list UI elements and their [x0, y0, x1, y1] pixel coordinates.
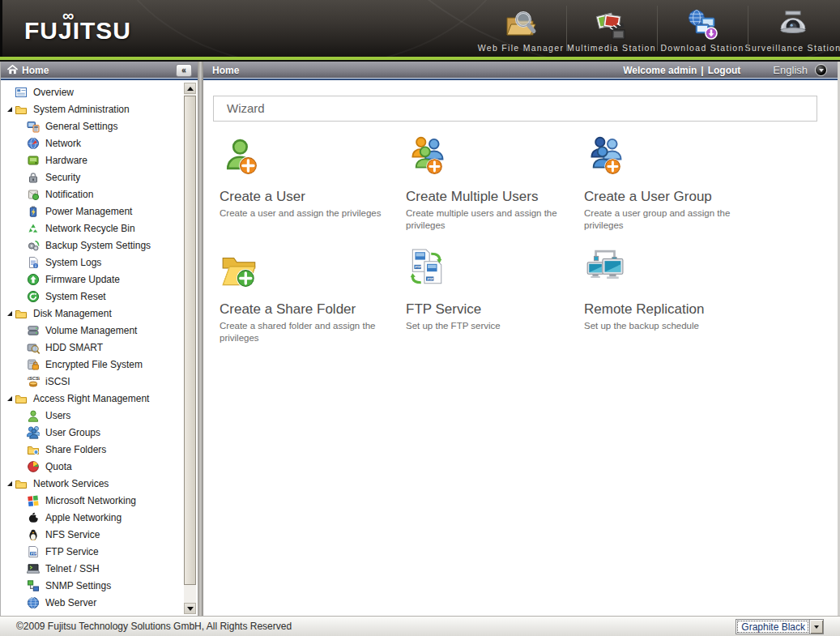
- wizard-panel-title: Wizard: [213, 96, 817, 122]
- scroll-down-button[interactable]: [184, 603, 196, 614]
- sidebar-item-apple-networking[interactable]: Apple Networking: [1, 509, 198, 526]
- sidebar-item-power-management[interactable]: Power Management: [1, 203, 198, 220]
- wizard-create-a-user[interactable]: Create a UserCreate a user and assign th…: [220, 135, 396, 232]
- tree-expand-toggle[interactable]: [4, 481, 15, 486]
- sidebar-item-access-right-management[interactable]: Access Right Management: [1, 390, 198, 407]
- sidebar-item-ftp-service[interactable]: FTPFTP Service: [1, 543, 198, 560]
- tree-item-label: iSCSI: [45, 376, 70, 387]
- sidebar-item-network[interactable]: Network: [1, 134, 198, 152]
- sidebar-item-general-settings[interactable]: General Settings: [1, 117, 198, 134]
- language-selector[interactable]: English: [773, 64, 808, 76]
- create-a-user-group-icon: [584, 135, 761, 177]
- station-surveillance-station[interactable]: Surveillance Station: [748, 0, 838, 57]
- main-content: Wizard Create a UserCreate a user and as…: [203, 80, 838, 616]
- wizard-remote-replication[interactable]: Remote ReplicationSet up the backup sche…: [584, 248, 761, 344]
- scrollbar-thumb[interactable]: [184, 96, 196, 585]
- navigation-tree: OverviewSystem AdministrationGeneral Set…: [1, 80, 198, 616]
- ftp-icon: FTP: [27, 545, 40, 558]
- sidebar-item-system-logs[interactable]: System Logs: [1, 254, 198, 271]
- wizard-item-title: Create a User Group: [584, 189, 761, 205]
- theme-select-value[interactable]: Graphite Black: [736, 620, 809, 634]
- wizard-grid: Create a UserCreate a user and assign th…: [203, 135, 838, 344]
- sidebar-item-telnet-ssh[interactable]: Telnet / SSH: [1, 560, 198, 577]
- scroll-up-button[interactable]: [184, 83, 196, 94]
- logout-link[interactable]: Logout: [708, 65, 741, 76]
- theme-select[interactable]: Graphite Black: [736, 619, 824, 634]
- chevron-down-sphere-icon[interactable]: [815, 64, 827, 76]
- sidebar-item-encrypted-file-system[interactable]: Encrypted File System: [1, 356, 198, 373]
- tree-item-label: Apple Networking: [45, 512, 122, 523]
- tree-item-label: System Reset: [45, 291, 106, 302]
- user-groups-icon: [27, 426, 40, 439]
- tree-expand-toggle[interactable]: [4, 107, 15, 112]
- sidebar-item-disk-management[interactable]: Disk Management: [1, 305, 198, 322]
- folder-icon: [15, 307, 28, 320]
- sidebar-item-notification[interactable]: Notification: [1, 186, 198, 203]
- station-multimedia-station[interactable]: Multimedia Station: [566, 0, 657, 57]
- wizard-item-title: Create a Share Folder: [220, 301, 396, 318]
- station-label: Download Station: [660, 43, 744, 53]
- sidebar-item-quota[interactable]: Quota: [1, 458, 198, 475]
- share-folder-icon: [27, 443, 40, 456]
- wizard-item-description: Create a user and assign the privileges: [220, 207, 396, 220]
- station-web-file-manager[interactable]: Web File Manager: [475, 0, 566, 57]
- tree-item-label: Quota: [45, 461, 72, 472]
- workspace: Home « OverviewSystem AdministrationGene…: [0, 62, 840, 616]
- sidebar-item-snmp-settings[interactable]: SNMP Settings: [1, 577, 198, 594]
- fujitsu-logo: FUJITSU ∞: [24, 17, 131, 45]
- tree-item-label: Web Server: [45, 597, 96, 608]
- tree-item-label: Telnet / SSH: [45, 563, 100, 574]
- security-icon: [27, 171, 40, 184]
- sidebar-item-microsoft-networking[interactable]: Microsoft Networking: [1, 492, 198, 509]
- panel-divider: [198, 62, 203, 616]
- tree-expand-toggle[interactable]: [4, 311, 15, 316]
- chevron-down-icon[interactable]: [809, 620, 823, 634]
- wizard-ftp-service[interactable]: FTPFTPFTP ServiceSet up the FTP service: [406, 248, 582, 344]
- volume-icon: [27, 324, 40, 337]
- sidebar-item-system-reset[interactable]: System Reset: [1, 288, 198, 305]
- remote-replication-icon: [584, 248, 761, 290]
- sidebar-item-backup-system-settings[interactable]: Backup System Settings: [1, 237, 198, 254]
- station-download-station[interactable]: Download Station: [657, 0, 748, 57]
- sidebar-item-user-groups[interactable]: User Groups: [1, 424, 198, 441]
- tree-item-label: SNMP Settings: [45, 580, 111, 591]
- wizard-create-a-user-group[interactable]: Create a User GroupCreate a user group a…: [584, 135, 761, 232]
- backup-icon: [27, 239, 40, 252]
- svg-text:iSCSI: iSCSI: [28, 376, 40, 381]
- sidebar-collapse-button[interactable]: «: [176, 64, 192, 77]
- sidebar-title: Home: [22, 65, 49, 76]
- multimedia-station-icon: [595, 7, 628, 41]
- sidebar-item-security[interactable]: Security: [1, 169, 198, 186]
- house-icon: [6, 63, 19, 78]
- sidebar-item-overview[interactable]: Overview: [1, 83, 198, 100]
- sidebar-item-iscsi[interactable]: iSCSIiSCSI: [1, 373, 198, 390]
- fujitsu-infinity-mark: ∞: [62, 6, 75, 25]
- encrypted-fs-icon: [27, 358, 40, 371]
- tree-expand-toggle[interactable]: [4, 396, 15, 401]
- wizard-create-multiple-users[interactable]: Create Multiple UsersCreate multiple use…: [406, 135, 582, 232]
- sidebar-item-web-server[interactable]: Web Server: [1, 594, 198, 611]
- top-banner: FUJITSU ∞ Web File ManagerMultimedia Sta…: [0, 0, 840, 57]
- wizard-create-a-share-folder[interactable]: Create a Share FolderCreate a shared fol…: [220, 248, 396, 344]
- sidebar-item-volume-management[interactable]: Volume Management: [1, 322, 198, 339]
- snmp-icon: [27, 579, 40, 592]
- sidebar-item-share-folders[interactable]: Share Folders: [1, 441, 198, 458]
- sidebar-item-users[interactable]: Users: [1, 407, 198, 424]
- sidebar-item-hdd-smart[interactable]: HDD SMART: [1, 339, 198, 356]
- sidebar-item-firmware-update[interactable]: Firmware Update: [1, 271, 198, 288]
- sidebar-item-network-recycle-bin[interactable]: Network Recycle Bin: [1, 220, 198, 237]
- folder-icon: [15, 103, 28, 116]
- sidebar-item-nfs-service[interactable]: NFS Service: [1, 526, 198, 543]
- apple-icon: [27, 511, 40, 524]
- firmware-update-icon: [27, 273, 40, 286]
- welcome-text: Welcome admin: [623, 65, 697, 76]
- sidebar-item-network-services[interactable]: Network Services: [1, 475, 198, 492]
- web-globe-icon: [27, 596, 40, 609]
- sidebar-item-hardware[interactable]: Hardware: [1, 152, 198, 169]
- hdd-smart-icon: [27, 341, 40, 354]
- tree-item-label: System Logs: [45, 257, 101, 268]
- tree-item-label: System Administration: [33, 104, 130, 115]
- tree-item-label: Share Folders: [45, 444, 106, 455]
- sidebar-scrollbar[interactable]: [184, 83, 196, 614]
- sidebar-item-system-administration[interactable]: System Administration: [1, 100, 198, 117]
